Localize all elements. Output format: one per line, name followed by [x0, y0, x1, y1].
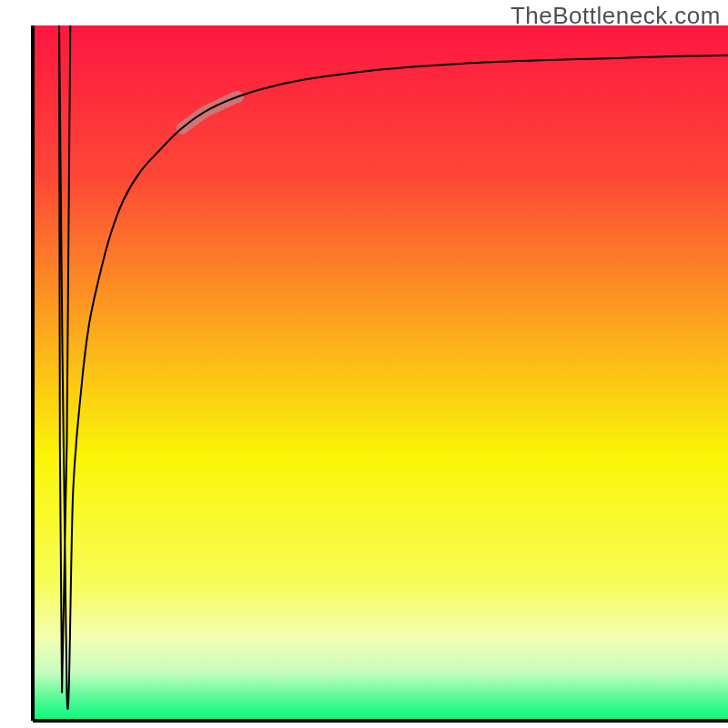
chart-frame: TheBottleneck.com [0, 0, 728, 728]
bottleneck-chart [0, 0, 728, 728]
plot-background [33, 25, 728, 721]
watermark-text: TheBottleneck.com [511, 2, 721, 30]
